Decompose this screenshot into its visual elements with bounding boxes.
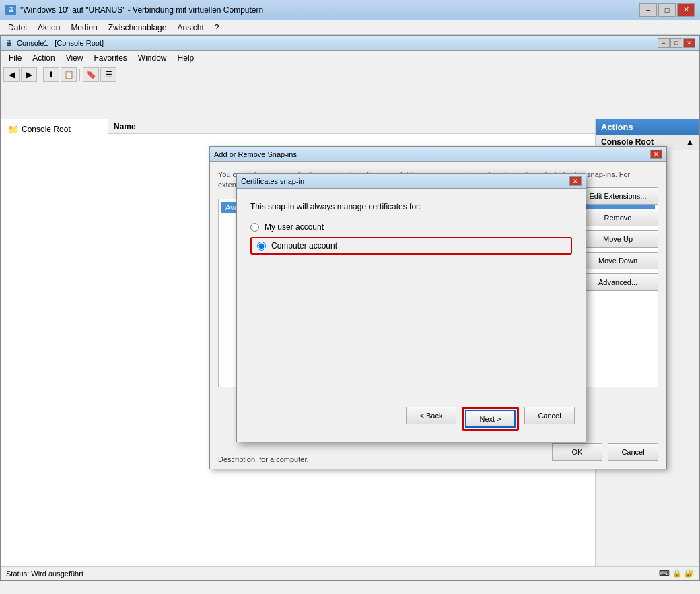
- edit-extensions-button[interactable]: Edit Extensions...: [578, 187, 658, 205]
- remove-button[interactable]: Remove: [578, 209, 658, 226]
- inner-minimize-button[interactable]: −: [658, 38, 670, 48]
- dialog-fg-bottom-buttons: < Back Next > Cancel: [406, 407, 575, 431]
- outer-title-bar: 🖥 "Windows 10" auf "URANUS" - Verbindung…: [0, 0, 700, 20]
- actions-header: Actions: [596, 119, 699, 135]
- menu-help-outer[interactable]: ?: [209, 22, 225, 34]
- status-icons: ⌨ 🔒 🔐: [659, 569, 694, 578]
- minimize-button[interactable]: −: [639, 3, 657, 17]
- dialog-fg-cancel-button[interactable]: Cancel: [524, 407, 575, 424]
- computer-account-highlight: Computer account: [250, 237, 572, 255]
- menu-help[interactable]: Help: [172, 52, 200, 64]
- inner-tb-list[interactable]: ☰: [100, 67, 116, 82]
- dialog-bg-bottom-text: Description: for a computer.: [218, 455, 309, 463]
- title-controls: − □ ✕: [639, 3, 695, 17]
- advanced-button[interactable]: Advanced...: [578, 273, 658, 291]
- dialog-fg-description: This snap-in will always manage certific…: [250, 202, 572, 211]
- outer-menu-bar: Datei Aktion Medien Zwischenablage Ansic…: [0, 20, 700, 35]
- radio-my-user-account-input[interactable]: [250, 223, 259, 232]
- dialog-fg-content: This snap-in will always manage certific…: [237, 189, 586, 268]
- next-button[interactable]: Next >: [465, 410, 516, 428]
- column-header: Name: [108, 119, 595, 134]
- security-icon: 🔐: [685, 569, 694, 578]
- dialog-fg-close-button[interactable]: ✕: [569, 176, 582, 186]
- menu-action[interactable]: Action: [27, 52, 60, 64]
- radio-computer-account-label: Computer account: [271, 241, 337, 251]
- inner-window-title: Console1 - [Console Root]: [17, 39, 104, 47]
- radio-my-user-account-label: My user account: [265, 222, 324, 232]
- move-down-button[interactable]: Move Down: [578, 252, 658, 269]
- menu-aktion[interactable]: Aktion: [32, 22, 65, 34]
- menu-ansicht[interactable]: Ansicht: [172, 22, 209, 34]
- dialog-fg-title-bar: Certificates snap-in ✕: [237, 174, 586, 189]
- inner-tb-forward[interactable]: ▶: [21, 67, 37, 82]
- menu-datei[interactable]: Datei: [3, 22, 32, 34]
- inner-restore-button[interactable]: □: [670, 38, 682, 48]
- window-title: "Windows 10" auf "URANUS" - Verbindung m…: [20, 5, 263, 15]
- inner-title-bar: 🖥 Console1 - [Console Root] − □ ✕: [1, 36, 699, 51]
- inner-title-controls: − □ ✕: [658, 38, 695, 48]
- menu-file[interactable]: File: [3, 52, 27, 64]
- dialog-bg-cancel-button[interactable]: Cancel: [608, 443, 658, 461]
- inner-close-button[interactable]: ✕: [683, 38, 695, 48]
- certificates-snapin-dialog: Certificates snap-in ✕ This snap-in will…: [236, 173, 586, 442]
- sidebar: 📁 Console Root: [1, 119, 108, 566]
- inner-tb-show-hide[interactable]: 📋: [61, 67, 77, 82]
- radio-computer-account-input[interactable]: [257, 242, 266, 251]
- menu-medien[interactable]: Medien: [65, 22, 102, 34]
- inner-tb-up[interactable]: ⬆: [43, 67, 59, 82]
- dialog-bg-title-text: Add or Remove Snap-ins: [214, 150, 297, 158]
- menu-zwischenablage[interactable]: Zwischenablage: [103, 22, 172, 34]
- main-content: 📁 Console Root Name There are no items t…: [1, 119, 699, 566]
- actions-section-arrow: ▲: [686, 137, 694, 147]
- folder-icon: 📁: [7, 124, 19, 135]
- status-bar: Status: Wird ausgeführt ⌨ 🔒 🔐: [1, 566, 699, 580]
- back-button[interactable]: < Back: [406, 407, 456, 424]
- keyboard-icon: ⌨: [659, 569, 670, 578]
- dialog-fg-title-text: Certificates snap-in: [241, 177, 304, 185]
- radio-computer-account[interactable]: Computer account: [257, 241, 337, 251]
- status-text: Status: Wird ausgeführt: [6, 570, 83, 578]
- menu-view[interactable]: View: [61, 52, 89, 64]
- actions-section-title: Console Root: [601, 137, 654, 147]
- radio-group: My user account Computer account: [250, 222, 572, 255]
- dialog-bg-close-button[interactable]: ✕: [650, 150, 662, 159]
- next-button-highlight: Next >: [462, 407, 519, 431]
- radio-my-user-account[interactable]: My user account: [250, 222, 572, 232]
- inner-menu-bar: File Action View Favorites Window Help: [1, 51, 699, 65]
- inner-window: 🖥 Console1 - [Console Root] − □ ✕ File A…: [0, 35, 700, 581]
- inner-tb-back[interactable]: ◀: [3, 67, 20, 82]
- dialog-bg-title-bar: Add or Remove Snap-ins ✕: [210, 147, 666, 162]
- maximize-button[interactable]: □: [658, 3, 676, 17]
- move-up-button[interactable]: Move Up: [578, 230, 658, 248]
- dialog-bg-ok-button[interactable]: OK: [552, 443, 602, 461]
- inner-toolbar: ◀ ▶ ⬆ 📋 🔖 ☰: [1, 65, 699, 84]
- sidebar-item-console-root[interactable]: 📁 Console Root: [3, 122, 105, 137]
- menu-favorites[interactable]: Favorites: [89, 52, 133, 64]
- app-icon: 🖥: [5, 5, 16, 15]
- center-panel: Name There are no items to show in this …: [108, 119, 595, 566]
- inner-app-icon: 🖥: [5, 38, 13, 48]
- dialog-bg-bottom-buttons: OK Cancel: [552, 443, 658, 461]
- close-button[interactable]: ✕: [677, 3, 695, 17]
- lock-icon: 🔒: [672, 569, 682, 578]
- inner-tb-bookmark[interactable]: 🔖: [83, 67, 99, 82]
- menu-window[interactable]: Window: [133, 52, 172, 64]
- dialog-bg-side-buttons: Edit Extensions... Remove Move Up Move D…: [578, 187, 658, 291]
